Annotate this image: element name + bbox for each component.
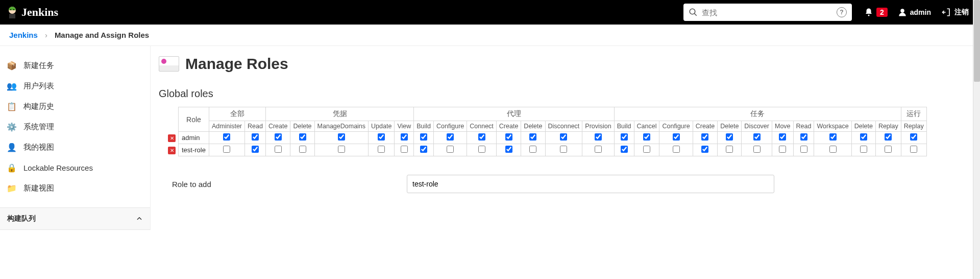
delete-role-icon[interactable]: ✕ bbox=[168, 134, 176, 142]
perm-checkbox[interactable] bbox=[701, 133, 708, 141]
sidebar-item-1[interactable]: 👥用户列表 bbox=[0, 76, 150, 96]
perm-checkbox[interactable] bbox=[595, 146, 602, 153]
sidebar-item-5[interactable]: 🔒Lockable Resources bbox=[0, 157, 150, 178]
perm-checkbox[interactable] bbox=[378, 146, 385, 153]
perm-checkbox[interactable] bbox=[478, 146, 485, 153]
svg-point-6 bbox=[868, 15, 869, 16]
delete-col-spacer bbox=[168, 107, 179, 132]
notifications[interactable]: 2 bbox=[864, 8, 888, 17]
logout-label: 注销 bbox=[954, 8, 969, 17]
top-header: Jenkins ? 2 admin 注销 bbox=[0, 0, 980, 25]
add-role-input[interactable] bbox=[407, 175, 774, 193]
sidebar-item-2[interactable]: 📋构建历史 bbox=[0, 96, 150, 117]
perm-checkbox[interactable] bbox=[621, 146, 628, 153]
perm-checkbox[interactable] bbox=[505, 146, 512, 153]
logout-icon bbox=[941, 8, 951, 17]
vertical-scrollbar[interactable] bbox=[973, 0, 980, 230]
table-row: ✕admin bbox=[168, 132, 926, 144]
search-input[interactable] bbox=[702, 8, 837, 17]
perm-header: Provision bbox=[582, 121, 614, 132]
breadcrumb-current: Manage and Assign Roles bbox=[55, 31, 149, 39]
perm-checkbox[interactable] bbox=[299, 146, 306, 153]
perm-checkbox[interactable] bbox=[252, 146, 259, 153]
perm-checkbox[interactable] bbox=[753, 146, 761, 153]
perm-checkbox[interactable] bbox=[910, 146, 917, 153]
perm-checkbox[interactable] bbox=[885, 146, 892, 153]
perm-checkbox[interactable] bbox=[701, 146, 708, 153]
perm-checkbox[interactable] bbox=[420, 146, 427, 153]
perm-checkbox[interactable] bbox=[860, 133, 867, 141]
perm-header: Discover bbox=[742, 121, 772, 132]
lockable-icon: 🔒 bbox=[6, 162, 17, 173]
perm-checkbox[interactable] bbox=[447, 133, 454, 141]
svg-point-2 bbox=[10, 9, 11, 10]
perm-checkbox[interactable] bbox=[643, 146, 650, 153]
perm-checkbox[interactable] bbox=[621, 133, 628, 141]
perm-checkbox[interactable] bbox=[275, 146, 282, 153]
global-roles-table: Role全部凭据代理任务运行 AdministerReadCreateDelet… bbox=[168, 107, 927, 156]
build-queue-header[interactable]: 构建队列 bbox=[0, 207, 150, 230]
sidebar-item-4[interactable]: 👤我的视图 bbox=[0, 137, 150, 157]
perm-checkbox[interactable] bbox=[885, 133, 892, 141]
perm-checkbox[interactable] bbox=[338, 146, 345, 153]
new-job-icon: 📦 bbox=[6, 60, 17, 71]
svg-point-7 bbox=[900, 9, 904, 13]
perm-checkbox[interactable] bbox=[401, 133, 408, 141]
perm-checkbox[interactable] bbox=[860, 146, 867, 153]
breadcrumb-root[interactable]: Jenkins bbox=[9, 31, 38, 39]
perm-checkbox[interactable] bbox=[560, 146, 567, 153]
perm-checkbox[interactable] bbox=[673, 146, 680, 153]
perm-header: Read bbox=[793, 121, 814, 132]
perm-checkbox[interactable] bbox=[252, 133, 259, 141]
perm-checkbox[interactable] bbox=[529, 146, 536, 153]
perm-checkbox[interactable] bbox=[829, 146, 837, 153]
build-queue-label: 构建队列 bbox=[7, 214, 36, 223]
perm-checkbox[interactable] bbox=[753, 133, 761, 141]
scrollbar-thumb[interactable] bbox=[974, 0, 980, 82]
history-icon: 📋 bbox=[6, 101, 17, 111]
perm-checkbox[interactable] bbox=[726, 146, 733, 153]
delete-role-icon[interactable]: ✕ bbox=[168, 147, 176, 154]
sidebar-item-6[interactable]: 📁新建视图 bbox=[0, 178, 150, 198]
perm-checkbox[interactable] bbox=[223, 146, 230, 153]
help-icon[interactable]: ? bbox=[837, 7, 847, 17]
svg-rect-1 bbox=[9, 14, 15, 18]
perm-header: Delete bbox=[851, 121, 875, 132]
perm-checkbox[interactable] bbox=[275, 133, 282, 141]
perm-checkbox[interactable] bbox=[800, 146, 807, 153]
sidebar-item-0[interactable]: 📦新建任务 bbox=[0, 55, 150, 76]
perm-checkbox[interactable] bbox=[378, 133, 385, 141]
perm-checkbox[interactable] bbox=[560, 133, 567, 141]
role-header: Role bbox=[179, 107, 209, 132]
perm-checkbox[interactable] bbox=[420, 133, 427, 141]
perm-header: Create bbox=[265, 121, 290, 132]
perm-checkbox[interactable] bbox=[447, 146, 454, 153]
perm-checkbox[interactable] bbox=[910, 133, 917, 141]
logout-link[interactable]: 注销 bbox=[941, 8, 969, 17]
user-menu[interactable]: admin bbox=[898, 8, 931, 17]
perm-header: Create bbox=[496, 121, 521, 132]
perm-checkbox[interactable] bbox=[673, 133, 680, 141]
search-box[interactable]: ? bbox=[683, 4, 852, 21]
perm-checkbox[interactable] bbox=[829, 133, 837, 141]
page-title: Manage Roles bbox=[185, 55, 288, 73]
perm-checkbox[interactable] bbox=[779, 146, 786, 153]
my-views-icon: 👤 bbox=[6, 142, 17, 152]
perm-checkbox[interactable] bbox=[223, 133, 230, 141]
perm-checkbox[interactable] bbox=[726, 133, 733, 141]
perm-header: Move bbox=[772, 121, 793, 132]
perm-checkbox[interactable] bbox=[595, 133, 602, 141]
perm-checkbox[interactable] bbox=[401, 146, 408, 153]
bell-icon bbox=[864, 8, 873, 17]
perm-checkbox[interactable] bbox=[505, 133, 512, 141]
perm-checkbox[interactable] bbox=[299, 133, 306, 141]
perm-checkbox[interactable] bbox=[478, 133, 485, 141]
perm-checkbox[interactable] bbox=[529, 133, 536, 141]
perm-checkbox[interactable] bbox=[800, 133, 807, 141]
brand[interactable]: Jenkins bbox=[6, 5, 58, 19]
perm-header: Connect bbox=[467, 121, 497, 132]
perm-checkbox[interactable] bbox=[643, 133, 650, 141]
perm-checkbox[interactable] bbox=[779, 133, 786, 141]
sidebar-item-3[interactable]: ⚙️系统管理 bbox=[0, 117, 150, 137]
perm-checkbox[interactable] bbox=[338, 133, 345, 141]
